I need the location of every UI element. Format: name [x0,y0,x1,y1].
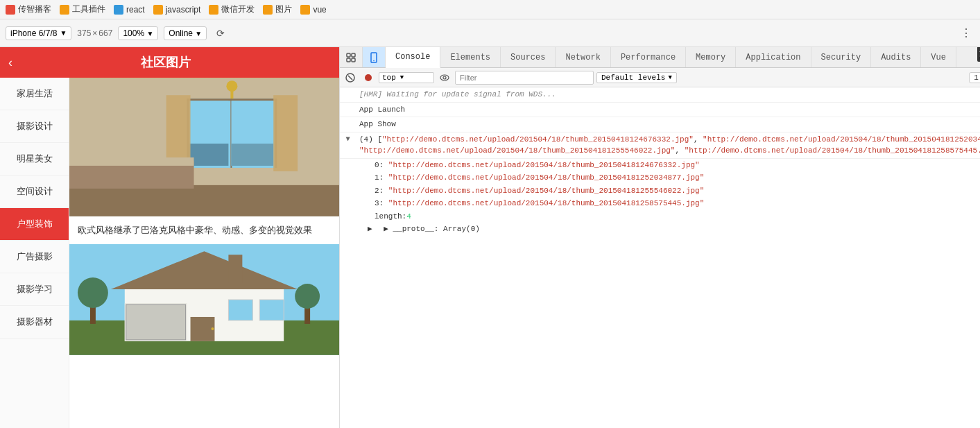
nav-item-huxing[interactable]: 户型装饰 [0,208,69,241]
stop-recording-button[interactable] [361,70,376,85]
levels-selector[interactable]: Default levels ▼ [596,72,677,83]
more-button[interactable]: ⋮ [958,25,974,42]
array-url-3[interactable]: "http://demo.dtcms.net/upload/201504/18/… [359,146,675,155]
bookmark-icon-vue [300,5,310,15]
tab-network[interactable]: Network [556,47,610,67]
bookmark-icon-tools [60,5,69,15]
item-3-url[interactable]: "http://demo.dtcms.net/upload/201504/18/… [388,199,704,207]
devtools-tabs: Console Elements Sources Network Perform… [340,47,980,68]
zoom-value: 100% [123,28,144,38]
bookmark-icon-chuanzhi [6,5,15,15]
eye-icon-button[interactable] [437,70,452,85]
tab-elements-label: Elements [450,53,490,62]
devtools-mobile-icon[interactable] [363,47,386,67]
svg-rect-24 [191,316,215,341]
proto-arrow-icon: ▶ [368,225,372,233]
hmr-text: [HMR] Waiting for update signal from WDS… [359,90,556,99]
array-url-1[interactable]: "http://demo.dtcms.net/upload/201504/18/… [382,135,694,144]
svg-rect-21 [228,255,242,282]
nav-item-mingxing[interactable]: 明星美女 [0,143,69,176]
bookmark-icon-img [263,5,273,15]
devtools-inspect-icon[interactable] [340,47,363,67]
rotate-button[interactable]: ⟳ [212,25,229,42]
online-label: Online [169,28,193,38]
item-2-url[interactable]: "http://demo.dtcms.net/upload/201504/18/… [388,187,704,195]
nav-item-sheyingqicai[interactable]: 摄影器材 [0,306,69,339]
nav-item-sheyingxuexi[interactable]: 摄影学习 [0,273,69,306]
expand-arrow-icon: ▶ [343,137,353,141]
article-image-house [69,244,339,355]
device-selector[interactable]: iPhone 6/7/8 ▼ [6,26,71,40]
array-url-4[interactable]: "http://demo.dtcms.net/upload/201504/18/… [685,146,980,155]
filter-input[interactable] [455,71,594,85]
svg-rect-34 [347,58,350,62]
array-comma-3: , [675,146,684,155]
array-length: length:4 [340,210,980,223]
context-selector[interactable]: top ▼ [379,72,434,83]
bookmark-label-weixin: 微信开发 [221,3,255,15]
tab-memory[interactable]: Memory [686,47,736,67]
back-button[interactable]: ‹ [8,55,12,70]
phone-preview: ‹ 社区图片 家居生活 摄影设计 明星美女 空间设计 户型装饰 广告摄影 摄影学… [0,47,340,428]
context-dropdown-icon: ▼ [400,74,404,81]
bookmark-react[interactable]: react [114,5,145,15]
device-dropdown-icon: ▼ [60,29,67,37]
length-value: 4 [406,212,411,221]
bookmark-img[interactable]: 图片 [263,3,292,15]
svg-rect-16 [230,85,233,99]
article-image-interior [69,78,339,216]
tab-performance[interactable]: Performance [611,47,686,67]
svg-rect-32 [347,53,350,57]
item-0-url[interactable]: "http://demo.dtcms.net/upload/201504/18/… [388,161,700,169]
array-item-1: 1: "http://demo.dtcms.net/upload/201504/… [340,171,980,185]
console-line-array[interactable]: ▶ (4) ["http://demo.dtcms.net/upload/201… [340,132,980,159]
bookmark-label-js: javascript [166,5,201,15]
tab-elements[interactable]: Elements [440,47,501,67]
tab-vue[interactable]: Vue [921,47,956,67]
bookmark-label-tools: 工具插件 [72,3,105,15]
tab-security[interactable]: Security [811,47,872,67]
bookmark-label-chuanzhi: 传智播客 [18,3,51,15]
tab-sources-label: Sources [510,53,545,62]
bookmark-label-vue: vue [313,5,326,15]
context-label: top [382,74,396,82]
svg-rect-35 [352,58,355,62]
clear-console-button[interactable] [343,70,358,85]
nav-item-jiaju[interactable]: 家居生活 [0,78,69,110]
tab-application-label: Application [746,53,800,62]
tab-console[interactable]: Console [386,47,440,68]
nav-item-sheyingsheji[interactable]: 摄影设计 [0,110,69,143]
zoom-selector[interactable]: 100% ▼ [118,26,158,40]
tab-audits[interactable]: Audits [871,47,921,67]
main-area: ‹ 社区图片 家居生活 摄影设计 明星美女 空间设计 户型装饰 广告摄影 摄影学… [0,47,980,428]
bookmark-label-react: react [126,5,145,15]
nav-sidebar: 家居生活 摄影设计 明星美女 空间设计 户型装饰 广告摄影 摄影学习 摄影器材 [0,78,69,428]
nav-item-guanggao[interactable]: 广告摄影 [0,241,69,273]
article-area: 欧式风格继承了巴洛克风格中豪华、动感、多变的视觉效果 [69,78,339,428]
item-2-index: 2: [375,187,388,195]
bookmark-tools[interactable]: 工具插件 [60,3,105,15]
bookmark-weixin[interactable]: 微信开发 [209,3,255,15]
array-item-0: 0: "http://demo.dtcms.net/upload/201504/… [340,159,980,172]
bookmark-js[interactable]: javascript [153,5,201,15]
proto-text: ▶ __proto__: Array(0) [377,225,480,233]
array-proto[interactable]: ▶ ▶ __proto__: Array(0) [340,223,980,236]
width-value: 375 [77,28,91,38]
item-1-url[interactable]: "http://demo.dtcms.net/upload/201504/18/… [388,173,704,182]
bookmark-vue[interactable]: vue [300,5,326,15]
tab-console-label: Console [395,52,430,62]
array-item-2: 2: "http://demo.dtcms.net/upload/201504/… [340,185,980,198]
console-line-applaunch: App Launch [340,103,980,118]
svg-rect-26 [228,300,252,320]
tab-application[interactable]: Application [736,47,811,67]
tab-sources[interactable]: Sources [501,47,556,67]
bookmark-chuanzhi[interactable]: 传智播客 [6,3,51,15]
array-url-2[interactable]: "http://demo.dtcms.net/upload/201504/18/… [703,135,980,144]
svg-point-31 [295,284,320,309]
online-selector[interactable]: Online ▼ [164,26,207,40]
svg-point-44 [365,74,372,81]
devtools-toolbar: top ▼ Default levels ▼ 1 hidden [340,68,980,87]
nav-item-kongjian[interactable]: 空间设计 [0,176,69,208]
length-label: length: [375,212,406,221]
bookmark-bar: 传智播客 工具插件 react javascript 微信开发 图片 vue [0,0,980,19]
